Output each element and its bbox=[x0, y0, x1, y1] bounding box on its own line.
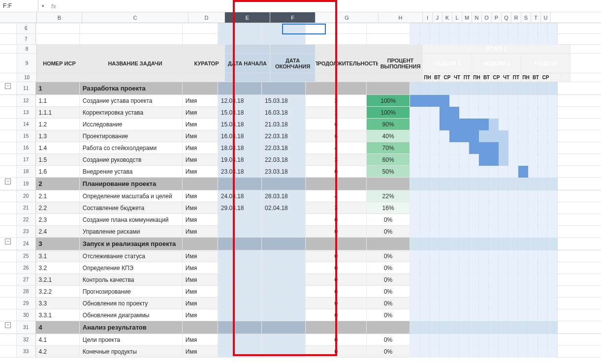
row-number[interactable]: 15 bbox=[17, 130, 36, 142]
cell-wbs[interactable]: 1.2 bbox=[36, 119, 80, 130]
column-header-E[interactable]: E bbox=[225, 12, 270, 23]
gantt-day-cell[interactable] bbox=[410, 107, 420, 119]
header-spacer[interactable] bbox=[37, 45, 82, 53]
section-task[interactable]: Анализ результатов bbox=[80, 321, 183, 334]
row-number[interactable]: 28 bbox=[17, 286, 36, 297]
gantt-day-cell[interactable] bbox=[469, 286, 479, 298]
gantt-day-cell[interactable] bbox=[440, 309, 449, 321]
cell-end[interactable]: 23.03.18 bbox=[262, 166, 306, 177]
row-number[interactable]: 31 bbox=[17, 321, 36, 334]
cell-owner[interactable]: Имя bbox=[183, 346, 218, 357]
gantt-day-cell[interactable] bbox=[499, 34, 508, 45]
cell-end[interactable] bbox=[262, 226, 306, 237]
cell-start[interactable]: 12.03.18 bbox=[218, 95, 262, 106]
formula-input[interactable] bbox=[60, 2, 601, 9]
gantt-day-cell[interactable] bbox=[528, 309, 538, 321]
gantt-day-cell[interactable] bbox=[420, 154, 430, 166]
gantt-day-cell[interactable] bbox=[489, 166, 499, 178]
cell-duration[interactable]: 0 bbox=[306, 334, 367, 345]
gantt-day-cell[interactable] bbox=[420, 309, 430, 321]
cell-task[interactable]: Управление рисками bbox=[80, 226, 183, 237]
gantt-day-cell[interactable] bbox=[508, 119, 518, 130]
row-number[interactable]: 16 bbox=[17, 142, 36, 153]
column-header-H[interactable]: H bbox=[379, 12, 423, 23]
gantt-day-cell[interactable] bbox=[469, 298, 479, 309]
gantt-day-cell[interactable] bbox=[430, 190, 440, 202]
gantt-day-cell[interactable] bbox=[449, 214, 459, 226]
gantt-day-cell[interactable] bbox=[410, 23, 420, 34]
cell-wbs[interactable]: 2.3 bbox=[36, 214, 80, 225]
cell-wbs[interactable]: 2.2 bbox=[36, 202, 80, 213]
cell-pct[interactable]: 70% bbox=[367, 142, 410, 153]
gantt-day-cell[interactable] bbox=[479, 214, 489, 226]
header-spacer[interactable] bbox=[225, 73, 270, 82]
gantt-day-cell[interactable] bbox=[459, 346, 469, 358]
gantt-day-cell[interactable] bbox=[538, 107, 548, 119]
gantt-day-cell[interactable] bbox=[489, 34, 499, 45]
section-end[interactable] bbox=[262, 238, 306, 250]
gantt-day-cell[interactable] bbox=[469, 107, 479, 119]
gantt-day-cell[interactable] bbox=[489, 334, 499, 346]
cell-wbs[interactable]: 3.3.1 bbox=[36, 309, 80, 321]
gantt-day-cell[interactable] bbox=[459, 226, 469, 238]
gantt-day-cell[interactable] bbox=[489, 190, 499, 202]
cell-start[interactable] bbox=[218, 298, 262, 309]
cell-empty[interactable] bbox=[262, 23, 306, 33]
gantt-day-cell[interactable] bbox=[430, 119, 440, 130]
cell-end[interactable] bbox=[262, 334, 306, 345]
row-number[interactable]: 9 bbox=[17, 54, 37, 73]
gantt-day-cell[interactable] bbox=[548, 107, 558, 119]
gantt-day-cell[interactable] bbox=[528, 23, 538, 34]
gantt-day-cell[interactable] bbox=[459, 34, 469, 45]
gantt-day-cell[interactable] bbox=[420, 274, 430, 286]
gantt-day-cell[interactable] bbox=[479, 142, 489, 154]
gantt-day-cell[interactable] bbox=[499, 250, 508, 262]
row-number[interactable]: 12 bbox=[17, 95, 36, 106]
cell-duration[interactable]: 0 bbox=[306, 346, 367, 357]
gantt-day-cell[interactable] bbox=[538, 286, 548, 298]
cell-task[interactable]: Исследование bbox=[80, 119, 183, 130]
cell-owner[interactable]: Имя bbox=[183, 226, 218, 237]
gantt-day-cell[interactable] bbox=[528, 119, 538, 130]
gantt-day-cell[interactable] bbox=[420, 226, 430, 238]
gantt-day-cell[interactable] bbox=[410, 286, 420, 298]
row-number[interactable]: 23 bbox=[17, 226, 36, 237]
cell-owner[interactable]: Имя bbox=[183, 142, 218, 153]
column-header-T[interactable]: T bbox=[531, 12, 541, 23]
gantt-day-cell[interactable] bbox=[469, 334, 479, 346]
corner-cell[interactable] bbox=[0, 12, 37, 23]
gantt-day-cell[interactable] bbox=[518, 262, 528, 274]
gantt-day-cell[interactable] bbox=[440, 95, 449, 107]
section-dur[interactable] bbox=[306, 238, 367, 250]
gantt-day-cell[interactable] bbox=[449, 95, 459, 107]
gantt-day-cell[interactable] bbox=[469, 154, 479, 166]
cell-owner[interactable]: Имя bbox=[183, 154, 218, 165]
gantt-day-cell[interactable] bbox=[528, 286, 538, 298]
gantt-day-cell[interactable] bbox=[538, 34, 548, 45]
gantt-day-cell[interactable] bbox=[410, 119, 420, 130]
row-number[interactable]: 25 bbox=[17, 250, 36, 262]
gantt-day-cell[interactable] bbox=[420, 334, 430, 346]
cell-empty[interactable] bbox=[306, 23, 367, 33]
cell-end[interactable] bbox=[262, 250, 306, 262]
spreadsheet-grid[interactable]: BCDEFGHIJKLMNOPQRSTU 678ЭТАП 19НОМЕР ИСР… bbox=[0, 12, 601, 358]
row-number[interactable]: 33 bbox=[17, 346, 36, 357]
gantt-day-cell[interactable] bbox=[410, 262, 420, 274]
gantt-day-cell[interactable] bbox=[538, 298, 548, 309]
gantt-day-cell[interactable] bbox=[518, 274, 528, 286]
row-number[interactable]: 20 bbox=[17, 190, 36, 202]
cell-wbs[interactable]: 1.5 bbox=[36, 154, 80, 165]
section-pct[interactable] bbox=[367, 178, 410, 190]
gantt-day-cell[interactable] bbox=[508, 309, 518, 321]
gantt-day-cell[interactable] bbox=[518, 250, 528, 262]
gantt-day-cell[interactable] bbox=[440, 119, 449, 130]
gantt-day-cell[interactable] bbox=[410, 190, 420, 202]
cell-wbs[interactable]: 3.2.2 bbox=[36, 286, 80, 297]
section-task[interactable]: Разработка проекта bbox=[80, 82, 183, 94]
gantt-day-cell[interactable] bbox=[508, 274, 518, 286]
gantt-day-cell[interactable] bbox=[430, 226, 440, 238]
gantt-day-cell[interactable] bbox=[469, 142, 479, 154]
gantt-day-cell[interactable] bbox=[528, 202, 538, 214]
cell-task[interactable]: Корректировка устава bbox=[80, 107, 183, 118]
gantt-day-cell[interactable] bbox=[548, 130, 558, 142]
